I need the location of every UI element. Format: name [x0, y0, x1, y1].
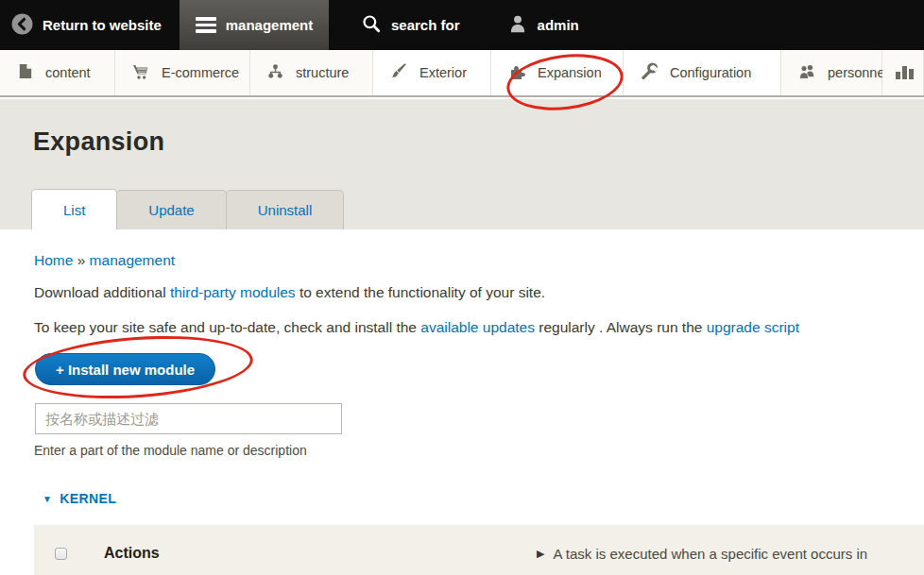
module-row-actions: Actions ▶ A task is executed when a spec…	[34, 525, 924, 575]
sitemap-icon	[266, 62, 284, 83]
page-title: Expansion	[33, 127, 164, 157]
module-name: Actions	[104, 545, 160, 562]
search-icon	[361, 13, 382, 37]
search-label: search for	[391, 17, 460, 33]
tab-update[interactable]: Update	[116, 190, 226, 229]
bar-chart-icon	[894, 62, 918, 84]
toolbar-item-configuration[interactable]: Configuration	[624, 50, 781, 95]
intro-text: regularly . Always run the	[535, 319, 707, 335]
search-button[interactable]: search for	[342, 0, 479, 50]
filter-help-text: Enter a part of the module name or descr…	[34, 443, 307, 458]
toolbar-item-personnel[interactable]: personnel	[781, 50, 882, 95]
people-icon	[797, 62, 816, 84]
toolbar-label: Expansion	[538, 65, 602, 80]
module-checkbox[interactable]	[55, 548, 67, 560]
toolbar-item-reports[interactable]	[882, 50, 924, 95]
breadcrumb-home-link[interactable]: Home	[34, 252, 73, 268]
intro-paragraph-1: Download additional third-party modules …	[34, 284, 545, 301]
admin-page: Return to website management search for …	[0, 0, 924, 575]
toolbar-item-ecommerce[interactable]: E-commerce	[115, 50, 250, 95]
toolbar-label: Configuration	[670, 65, 751, 80]
toolbar-item-expansion[interactable]: Expansion	[491, 50, 624, 95]
install-new-module-button[interactable]: + Install new module	[35, 353, 215, 385]
admin-user-button[interactable]: admin	[494, 0, 592, 50]
breadcrumb-management-link[interactable]: management	[90, 252, 175, 268]
third-party-modules-link[interactable]: third-party modules	[170, 284, 296, 300]
shopping-cart-icon	[131, 62, 150, 84]
admin-topbar: Return to website management search for …	[0, 0, 924, 50]
tab-uninstall[interactable]: Uninstall	[226, 190, 345, 229]
module-filter-input[interactable]	[35, 403, 342, 434]
menu-label: management	[226, 17, 314, 33]
puzzle-piece-icon	[507, 62, 526, 84]
upgrade-script-link[interactable]: upgrade script	[707, 319, 799, 335]
user-icon	[507, 13, 528, 37]
toolbar-label: structure	[296, 65, 349, 80]
paintbrush-icon	[389, 62, 408, 84]
main-content: Home » management Download additional th…	[0, 229, 924, 575]
collapse-arrow-icon: ▼	[43, 494, 52, 504]
breadcrumb: Home » management	[34, 252, 175, 269]
toolbar-label: E-commerce	[162, 65, 239, 80]
toolbar-label: content	[45, 65, 91, 80]
back-icon	[11, 13, 33, 38]
return-to-website-button[interactable]: Return to website	[0, 0, 180, 50]
admin-toolbar: content E-commerce structure Exterior Ex…	[0, 50, 924, 97]
toolbar-item-exterior[interactable]: Exterior	[373, 50, 491, 95]
tab-list[interactable]: List	[31, 189, 117, 229]
management-menu-button[interactable]: management	[180, 0, 329, 50]
intro-paragraph-2: To keep your site safe and up-to-date, c…	[34, 319, 799, 336]
module-description-text: A task is executed when a specific event…	[553, 546, 867, 562]
document-icon	[16, 62, 34, 83]
return-label: Return to website	[43, 17, 162, 33]
toolbar-label: Exterior	[419, 65, 467, 80]
breadcrumb-separator: »	[77, 252, 86, 268]
expand-arrow-icon: ▶	[537, 548, 544, 560]
toolbar-item-structure[interactable]: structure	[250, 50, 373, 95]
module-description-toggle[interactable]: ▶ A task is executed when a specific eve…	[537, 546, 867, 562]
hamburger-icon	[196, 14, 216, 36]
admin-label: admin	[538, 17, 579, 33]
available-updates-link[interactable]: available updates	[420, 319, 535, 335]
toolbar-label: personnel	[828, 65, 888, 80]
page-header: Expansion List Update Uninstall	[0, 99, 924, 229]
intro-text: Download additional	[34, 284, 170, 300]
toolbar-item-content[interactable]: content	[0, 50, 115, 95]
intro-text: To keep your site safe and up-to-date, c…	[34, 319, 420, 335]
primary-tabs: List Update Uninstall	[31, 189, 343, 229]
kernel-section-header[interactable]: ▼ KERNEL	[43, 491, 116, 506]
intro-text: to extend the functionality of your site…	[296, 284, 546, 300]
wrench-icon	[640, 62, 659, 84]
kernel-section-title: KERNEL	[60, 491, 116, 506]
